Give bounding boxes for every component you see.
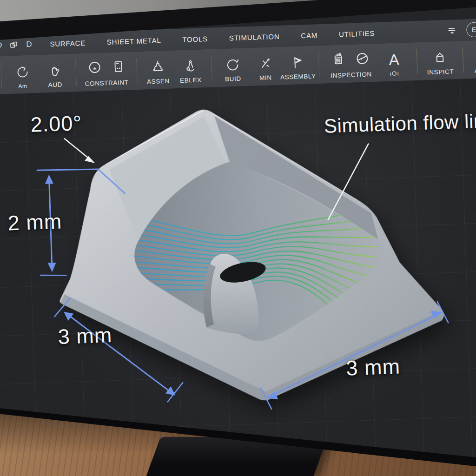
height-dimension-label[interactable]: 2 mm (7, 210, 62, 236)
toolbar-label: MIN (259, 74, 272, 81)
letter-a-icon: A (389, 53, 399, 67)
account-button[interactable]: E (466, 22, 476, 37)
cut-tool-icon (258, 56, 272, 71)
menu-tools[interactable]: TOOLS (172, 34, 218, 44)
toolbar-label: ASSEMBLY (280, 73, 316, 81)
toolbar-label: BUID (225, 75, 241, 83)
toolbar-separator (0, 63, 2, 88)
assembly-flag-icon (290, 55, 305, 70)
calculator-icon (331, 52, 346, 69)
menu-simulation[interactable]: STIMULATION (218, 32, 291, 42)
filter-sort-icon[interactable] (446, 24, 458, 37)
assen-button[interactable]: ASSEN (141, 54, 175, 85)
app-glyph-1[interactable]: D (0, 41, 2, 50)
assembly-button[interactable]: ASSEMBLY (281, 50, 314, 80)
min-button[interactable]: MIN (249, 51, 282, 82)
undo-icon (15, 65, 29, 80)
inspection-button[interactable]: INSPECTION (326, 48, 376, 79)
compass-pin-icon (183, 59, 198, 74)
toolbar-separator (463, 47, 464, 73)
eblex-button[interactable]: EBLEX (174, 53, 207, 84)
toolbar-separator (318, 52, 320, 77)
toolbar-label: CONSTRAINT (85, 79, 129, 87)
buid-button[interactable]: BUID (216, 52, 250, 83)
toolbar-label: INSPECTION (331, 71, 372, 79)
toolbar-label: AUD (48, 81, 62, 88)
angle-dimension-label[interactable]: 2.00° (30, 111, 82, 137)
menu-utilities[interactable]: UTILITIES (328, 29, 386, 39)
menu-cam[interactable]: CAM (290, 31, 328, 40)
toolbar-separator (416, 49, 418, 74)
toolbar-label: EBLEX (180, 76, 202, 84)
rotate-circle-icon (225, 57, 240, 73)
assist-button[interactable]: ASSIST (469, 44, 476, 74)
depth-dimension-label[interactable]: 3 mm (346, 355, 401, 381)
toolbar-label: INSPICT (427, 68, 454, 76)
menu-sheet-metal[interactable]: SHIEET METAL (96, 36, 172, 46)
annotation-text-button[interactable]: A ıOı (377, 47, 411, 78)
menu-surface[interactable]: SURFACE (39, 38, 96, 48)
press-tool-icon (150, 60, 165, 75)
undo-button[interactable]: Am (6, 59, 39, 90)
toolbar-label: ASSEN (147, 78, 170, 86)
panel-card-icon (111, 59, 126, 76)
dimension-symbol-icon: ıOı (390, 70, 399, 77)
inspict-button[interactable]: INSPICT (423, 45, 457, 76)
monitor-screen: D D SURFACE SHIEET METAL TOOLS STIMULATI… (0, 0, 476, 476)
hand-select-icon (47, 63, 62, 78)
toolbar-separator (211, 56, 212, 81)
cad-app-window: D D SURFACE SHIEET METAL TOOLS STIMULATI… (0, 0, 476, 476)
prism-box-icon (432, 50, 448, 66)
gauge-compass-icon (355, 51, 370, 68)
toolbar-label: Am (18, 83, 27, 90)
app-glyph-2[interactable]: D (26, 40, 32, 49)
circle-target-icon (87, 60, 102, 77)
width-dimension-label[interactable]: 3 mm (58, 323, 112, 349)
toolbar-separator (75, 60, 77, 85)
hand-select-button[interactable]: AUD (38, 58, 72, 89)
window-stack-icon[interactable] (9, 40, 19, 50)
toolbar-label: ASSIST (475, 66, 476, 74)
toolbar-separator (136, 58, 138, 83)
constraint-button[interactable]: CONSTRAINT (80, 56, 132, 87)
